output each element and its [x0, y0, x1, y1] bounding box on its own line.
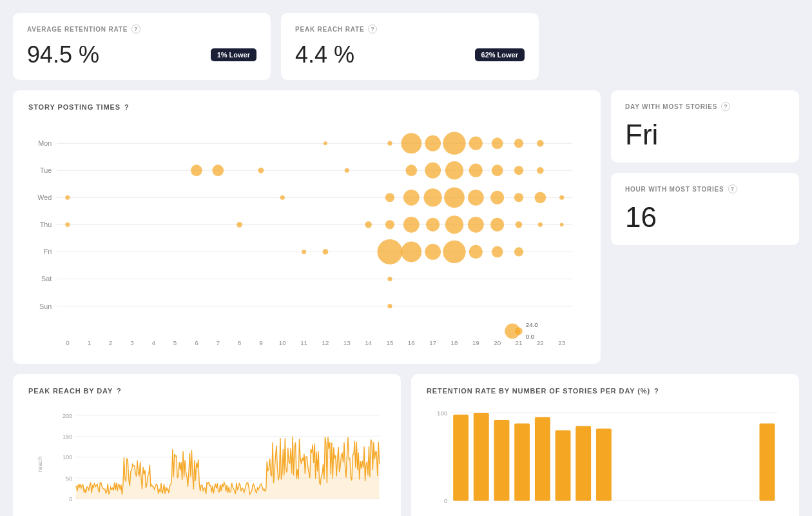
- peak-reach-rate-value-row: 4.4 % 62% Lower: [295, 41, 525, 68]
- svg-text:24.0: 24.0: [526, 321, 539, 328]
- main-row: STORY POSTING TIMES ? MonTueWedThuFriSat…: [13, 90, 799, 364]
- svg-point-78: [516, 221, 523, 228]
- peak-reach-svg: 050100150200: [52, 405, 385, 516]
- avg-retention-badge: 1% Lower: [211, 48, 256, 61]
- svg-text:0.0: 0.0: [526, 333, 535, 340]
- svg-point-39: [387, 141, 392, 146]
- svg-rect-111: [474, 413, 489, 501]
- svg-point-46: [537, 140, 544, 147]
- svg-point-55: [492, 164, 503, 176]
- svg-point-79: [538, 223, 543, 227]
- svg-rect-112: [494, 420, 510, 501]
- svg-point-87: [469, 245, 483, 259]
- svg-point-50: [345, 168, 349, 173]
- bottom-row: PEAK REACH BY DAY ? reach 050100150200 M…: [13, 374, 799, 516]
- svg-point-81: [302, 250, 306, 254]
- peak-reach-day-card: PEAK REACH BY DAY ? reach 050100150200 M…: [13, 374, 401, 516]
- svg-point-66: [514, 193, 523, 202]
- svg-rect-110: [453, 415, 469, 501]
- svg-point-48: [212, 164, 224, 176]
- svg-text:50: 50: [66, 475, 72, 482]
- svg-point-80: [560, 223, 564, 226]
- svg-point-54: [469, 164, 483, 177]
- svg-text:Sat: Sat: [41, 275, 52, 283]
- hour-most-stories-title: HOUR WITH MOST STORIES: [625, 186, 724, 193]
- day-most-stories-card: DAY WITH MOST STORIES ? Fri: [611, 90, 799, 163]
- svg-text:10: 10: [279, 339, 286, 346]
- retention-bar-info-icon[interactable]: ?: [654, 387, 659, 395]
- day-most-stories-label: DAY WITH MOST STORIES ?: [625, 102, 785, 111]
- svg-point-77: [490, 218, 504, 232]
- scatter-title: STORY POSTING TIMES ?: [28, 103, 585, 111]
- svg-point-47: [191, 164, 202, 176]
- svg-text:Sun: Sun: [39, 303, 52, 310]
- svg-text:17: 17: [429, 339, 436, 346]
- peak-reach-rate-value: 4.4 %: [295, 41, 354, 68]
- svg-text:7: 7: [217, 339, 220, 346]
- svg-point-62: [424, 188, 442, 206]
- svg-point-90: [387, 277, 392, 281]
- retention-bar-card: RETENTION RATE BY NUMBER OF STORIES PER …: [411, 374, 799, 516]
- svg-point-41: [425, 135, 441, 152]
- avg-retention-value-row: 94.5 % 1% Lower: [27, 41, 256, 68]
- svg-point-85: [425, 244, 441, 260]
- hour-most-stories-card: HOUR WITH MOST STORIES ? 16: [611, 173, 799, 245]
- svg-point-70: [237, 222, 242, 228]
- peak-reach-rate-title: PEAK REACH RATE: [295, 26, 364, 33]
- svg-rect-114: [535, 417, 550, 501]
- retention-bar-chart-wrapper: 0100 12345678910111213141516: [432, 405, 784, 516]
- retention-bar-svg: 0100: [432, 405, 784, 516]
- svg-text:200: 200: [63, 413, 72, 419]
- svg-text:Wed: Wed: [37, 194, 52, 201]
- svg-point-67: [535, 192, 546, 203]
- svg-text:16: 16: [408, 339, 415, 346]
- svg-point-57: [537, 167, 544, 174]
- svg-point-84: [401, 242, 421, 263]
- side-cards: DAY WITH MOST STORIES ? Fri HOUR WITH MO…: [611, 90, 799, 364]
- svg-text:11: 11: [300, 339, 307, 346]
- svg-point-43: [469, 137, 483, 150]
- hour-most-stories-info-icon[interactable]: ?: [728, 184, 737, 194]
- svg-point-63: [444, 187, 465, 208]
- peak-reach-day-title: PEAK REACH BY DAY ?: [28, 387, 385, 395]
- svg-rect-115: [556, 430, 571, 501]
- svg-rect-113: [514, 423, 530, 501]
- svg-point-83: [378, 239, 403, 264]
- peak-reach-rate-label: PEAK REACH RATE ?: [295, 25, 525, 34]
- retention-bar-title-text: RETENTION RATE BY NUMBER OF STORIES PER …: [427, 387, 650, 395]
- day-most-stories-info-icon[interactable]: ?: [721, 102, 730, 111]
- svg-text:1: 1: [87, 339, 90, 346]
- svg-point-59: [280, 195, 285, 200]
- svg-rect-118: [759, 423, 775, 501]
- peak-reach-day-info-icon[interactable]: ?: [117, 387, 122, 395]
- avg-retention-card: AVERAGE RETENTION RATE ? 94.5 % 1% Lower: [13, 13, 271, 80]
- svg-text:5: 5: [173, 339, 177, 346]
- svg-point-52: [425, 163, 441, 179]
- svg-text:100: 100: [437, 410, 448, 417]
- svg-point-71: [365, 221, 372, 228]
- svg-point-44: [492, 137, 503, 149]
- day-most-stories-title: DAY WITH MOST STORIES: [625, 103, 717, 110]
- svg-text:9: 9: [259, 339, 262, 346]
- svg-text:4: 4: [151, 339, 155, 346]
- day-most-stories-value: Fri: [625, 119, 785, 151]
- svg-text:Mon: Mon: [38, 139, 52, 147]
- peak-reach-rate-info-icon[interactable]: ?: [368, 25, 377, 34]
- svg-text:8: 8: [238, 339, 242, 346]
- scatter-info-icon[interactable]: ?: [124, 103, 130, 111]
- svg-text:19: 19: [472, 339, 479, 346]
- svg-text:150: 150: [63, 433, 72, 440]
- svg-text:13: 13: [343, 339, 351, 346]
- svg-point-93: [515, 327, 523, 335]
- svg-text:3: 3: [130, 339, 134, 346]
- avg-retention-info-icon[interactable]: ?: [131, 25, 140, 34]
- peak-reach-day-title-text: PEAK REACH BY DAY: [28, 387, 113, 395]
- svg-point-69: [65, 223, 70, 227]
- svg-text:Tue: Tue: [40, 166, 52, 174]
- avg-retention-value: 94.5 %: [27, 41, 99, 68]
- svg-text:21: 21: [516, 339, 523, 346]
- svg-text:0: 0: [444, 497, 448, 504]
- svg-point-88: [492, 246, 503, 258]
- peak-reach-rate-badge: 62% Lower: [475, 48, 525, 61]
- hour-most-stories-value: 16: [625, 201, 785, 233]
